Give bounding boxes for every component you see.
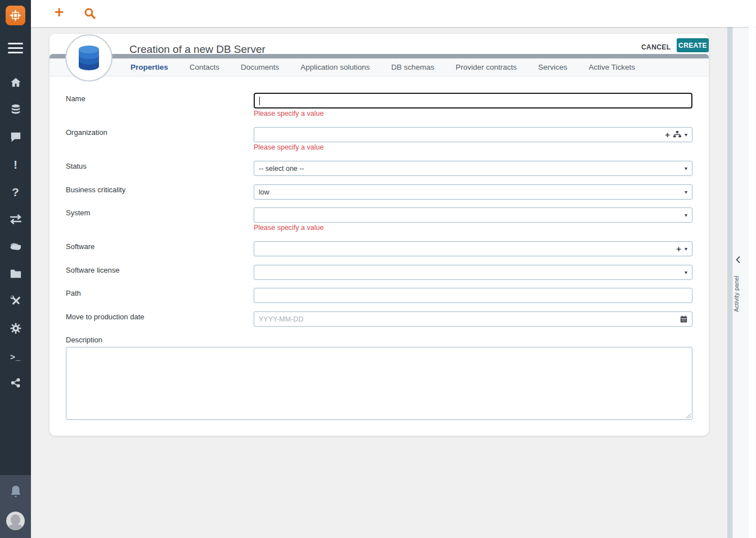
field-label-organization: Organization [66, 128, 107, 137]
tab-contacts[interactable]: Contacts [190, 63, 219, 71]
sidebar-item-problem[interactable]: ? [0, 184, 31, 199]
organization-error: Please specify a value [254, 143, 323, 151]
tab-properties[interactable]: Properties [130, 63, 168, 71]
name-error: Please specify a value [254, 110, 323, 117]
create-button[interactable]: CREATE [677, 38, 709, 52]
status-caret-down-icon: ▾ [685, 165, 687, 171]
sidebar-item-change-management[interactable] [0, 212, 31, 227]
system-select[interactable]: ▾ [254, 207, 692, 223]
activity-panel-label[interactable]: Activity panel [733, 269, 746, 319]
content-scrollbar[interactable] [727, 27, 732, 538]
field-label-path: Path [66, 289, 81, 297]
field-label-software-license: Software license [66, 266, 119, 274]
org-add-button[interactable]: + [665, 130, 670, 139]
logo-starburst-icon [8, 8, 22, 22]
sitemap-icon[interactable] [673, 131, 681, 138]
date-placeholder: YYYY-MM-DD [259, 315, 303, 323]
sidebar-item-share[interactable] [0, 376, 31, 390]
status-select[interactable]: -- select one -- ▾ [254, 161, 692, 176]
db-server-icon [76, 44, 101, 72]
tab-active-tickets[interactable]: Active Tickets [589, 63, 636, 71]
sidebar-item-data-administration[interactable] [0, 266, 31, 281]
exclamation-icon: ! [14, 159, 17, 170]
sidebar-item-helpdesk[interactable] [0, 129, 31, 144]
object-creation-card: Creation of a new DB Server CANCEL CREAT… [50, 34, 709, 436]
name-input[interactable] [254, 93, 692, 108]
sidebar-item-home[interactable] [0, 75, 31, 90]
tab-documents[interactable]: Documents [241, 63, 279, 71]
cancel-button[interactable]: CANCEL [641, 41, 669, 53]
field-label-software: Software [66, 242, 94, 251]
left-sidebar: ! ? [0, 0, 31, 538]
terminal-icon: >_ [10, 352, 21, 361]
chat-icon [10, 130, 22, 143]
field-label-description: Description [66, 336, 102, 344]
system-error: Please specify a value [254, 224, 323, 232]
home-icon [10, 76, 22, 89]
system-caret-down-icon: ▾ [685, 212, 687, 218]
gear-icon [10, 322, 22, 334]
software-add-button[interactable]: + [676, 245, 681, 253]
main-content: Creation of a new DB Server CANCEL CREAT… [31, 27, 728, 538]
sidebar-item-service-management[interactable] [0, 239, 31, 254]
database-icon [10, 103, 22, 116]
field-label-system: System [66, 209, 90, 217]
field-label-name: Name [66, 94, 86, 103]
bell-icon [9, 485, 22, 499]
field-label-move-to-production-date: Move to production date [66, 313, 144, 321]
class-medallion [65, 34, 112, 82]
notifications-button[interactable] [0, 485, 31, 499]
software-caret-down-icon[interactable]: ▾ [685, 246, 687, 252]
description-textarea[interactable] [66, 347, 692, 420]
path-input[interactable] [254, 288, 692, 303]
quick-create-button[interactable]: + [55, 3, 64, 21]
tab-services[interactable]: Services [538, 63, 568, 71]
menu-icon[interactable] [8, 43, 23, 53]
sidebar-item-admin-tools[interactable] [0, 293, 31, 308]
tab-bar-top-rule [50, 54, 709, 58]
swap-arrows-icon [9, 214, 22, 225]
field-label-business-criticality: Business criticality [66, 186, 125, 194]
activity-panel-expand-button[interactable] [735, 256, 741, 266]
tab-bar: Properties Contacts Documents Applicatio… [50, 58, 709, 76]
organization-input[interactable]: + ▾ [254, 127, 692, 142]
tab-provider-contracts[interactable]: Provider contracts [456, 63, 517, 71]
business-criticality-value: low [259, 188, 269, 196]
app-logo[interactable] [6, 6, 25, 25]
software-license-select[interactable]: ▾ [254, 265, 692, 280]
sidebar-item-console[interactable]: >_ [0, 349, 31, 364]
calendar-icon[interactable] [680, 315, 687, 323]
software-input[interactable]: + ▾ [254, 241, 692, 256]
top-toolbar: + [31, 0, 756, 27]
hand-service-icon [9, 241, 22, 253]
share-icon [11, 378, 21, 388]
sidebar-item-configuration[interactable] [0, 321, 31, 336]
org-caret-down-icon[interactable]: ▾ [685, 132, 687, 138]
folder-icon [10, 268, 22, 279]
sidebar-item-configuration-management[interactable] [0, 102, 31, 117]
tab-db-schemas[interactable]: DB schemas [391, 63, 434, 71]
chevron-left-icon [735, 256, 741, 264]
search-icon [84, 7, 96, 20]
field-label-status: Status [66, 162, 87, 170]
sidebar-item-incident[interactable]: ! [0, 157, 31, 171]
global-search-button[interactable] [84, 7, 96, 22]
business-criticality-select[interactable]: low ▾ [254, 184, 692, 200]
user-avatar[interactable] [6, 512, 25, 530]
move-to-production-date-input[interactable]: YYYY-MM-DD [254, 311, 692, 327]
status-value: -- select one -- [259, 165, 304, 173]
window-scrollbar[interactable] [749, 2, 755, 538]
license-caret-down-icon: ▾ [685, 269, 687, 275]
tab-application-solutions[interactable]: Application solutions [300, 63, 370, 71]
question-icon: ? [12, 186, 19, 198]
text-cursor [259, 97, 260, 105]
criticality-caret-down-icon: ▾ [685, 189, 687, 195]
resize-handle[interactable] [685, 413, 691, 418]
plus-icon: + [55, 3, 64, 21]
tools-icon [10, 295, 22, 307]
